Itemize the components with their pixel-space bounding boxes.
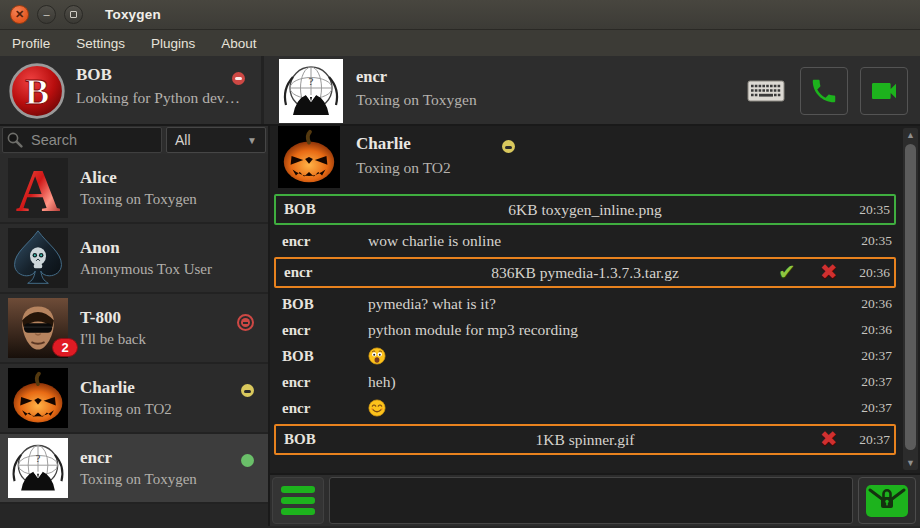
message-text: pymedia? what is it? (368, 295, 851, 313)
contact-status-message: Anonymous Tox User (80, 261, 212, 278)
message-text: heh) (368, 373, 851, 391)
menu-item-plugins[interactable]: Plugins (151, 36, 195, 51)
title-bar: ✕ – Toxygen (0, 0, 920, 30)
away-status-icon (241, 384, 254, 397)
message-row: encrheh)20:37 (274, 369, 896, 395)
busy-status-icon (232, 72, 245, 85)
keyboard-icon (747, 79, 785, 103)
search-icon (6, 131, 24, 149)
window-title: Toxygen (105, 7, 161, 22)
chat-contact-status-message: Toxing on TO2 (356, 159, 451, 177)
chat-contact-name: Charlie (356, 134, 411, 154)
file-transfer-row: BOB6KB toxygen_inline.png20:35 (274, 194, 896, 225)
active-contact-header: ? encr Toxing on Toxygen (264, 56, 920, 124)
message-sender: BOB (284, 201, 370, 218)
contact-row-anon[interactable]: AnonAnonymous Tox User (0, 224, 268, 294)
contact-status-message: Toxing on TO2 (80, 401, 172, 418)
contact-avatar: A (8, 158, 68, 218)
scrollbar[interactable]: ▲ ▼ (903, 128, 918, 470)
message-time: 20:36 (859, 265, 890, 281)
x-icon: ✖ (820, 260, 838, 284)
message-time: 20:37 (861, 400, 892, 416)
message-time: 20:37 (861, 374, 892, 390)
message-list: BOB6KB toxygen_inline.png20:35encrwow ch… (270, 188, 920, 473)
contact-avatar: 2 (8, 298, 68, 358)
scroll-thumb[interactable] (905, 144, 916, 450)
contact-avatar (8, 228, 68, 288)
message-text: python module for mp3 recording (368, 321, 851, 339)
online-status-icon (241, 454, 254, 467)
contact-filter-dropdown[interactable]: All ▼ (166, 127, 266, 153)
contact-row-encr[interactable]: ?encrToxing on Toxygen (0, 434, 268, 504)
message-time: 20:37 (861, 348, 892, 364)
close-button[interactable]: ✕ (10, 5, 29, 24)
message-sender: encr (282, 322, 368, 339)
menu-button[interactable] (272, 477, 324, 524)
minimize-button[interactable]: – (37, 5, 56, 24)
message-input[interactable] (329, 477, 853, 524)
message-row: BOB20:37 (274, 343, 896, 369)
file-name: 1KB spinner.gif (366, 431, 804, 449)
unread-badge: 2 (52, 338, 78, 357)
hamburger-icon (281, 486, 315, 515)
contact-list: AAliceToxing on ToxygenAnonAnonymous Tox… (0, 154, 268, 526)
decline-file-button[interactable]: ✖ (820, 429, 838, 450)
maximize-button[interactable] (64, 5, 83, 24)
message-sender: BOB (282, 296, 368, 313)
search-input[interactable] (2, 127, 162, 153)
video-camera-icon (868, 75, 900, 107)
away-status-icon (502, 140, 515, 153)
virtual-keyboard-button[interactable] (744, 73, 788, 109)
main-body: All ▼ AAliceToxing on ToxygenAnonAnonymo… (0, 126, 920, 526)
self-status-message: Looking for Python dev… (76, 89, 240, 107)
message-sender: encr (282, 374, 368, 391)
smiling-face-emoji (368, 399, 851, 417)
file-transfer-row: encr836KB pymedia-1.3.7.3.tar.gz✔✖20:36 (274, 257, 896, 288)
message-sender: BOB (282, 348, 368, 365)
menu-bar: ProfileSettingsPluginsAbout (0, 30, 920, 56)
file-transfer-row: BOB1KB spinner.gif✖20:37 (274, 424, 896, 455)
contact-row-alice[interactable]: AAliceToxing on Toxygen (0, 154, 268, 224)
svg-text:A: A (16, 158, 61, 218)
phone-icon (809, 76, 839, 106)
header-buttons (744, 56, 908, 126)
contact-status-message: I'll be back (80, 331, 146, 348)
file-name: 6KB toxygen_inline.png (366, 201, 804, 219)
x-icon: ✖ (820, 427, 838, 451)
audio-call-button[interactable] (800, 67, 848, 115)
self-name: BOB (76, 65, 112, 85)
contact-row-t-800[interactable]: 2T-800I'll be back (0, 294, 268, 364)
contact-row-charlie[interactable]: CharlieToxing on TO2 (0, 364, 268, 434)
message-row: encrwow charlie is online20:35 (274, 228, 896, 254)
message-sender: encr (282, 233, 368, 250)
scroll-up-arrow[interactable]: ▲ (903, 128, 918, 142)
message-sender: encr (284, 264, 370, 281)
chat-contact-header: Charlie Toxing on TO2 (270, 126, 920, 188)
scroll-down-arrow[interactable]: ▼ (903, 456, 918, 470)
decline-file-button[interactable]: ✖ (820, 262, 838, 283)
message-row: encr20:37 (274, 395, 896, 421)
active-contact-name: encr (356, 67, 387, 87)
self-profile[interactable]: B BOB Looking for Python dev… (0, 56, 264, 124)
send-button[interactable] (858, 477, 916, 524)
svg-text:?: ? (309, 75, 314, 87)
contact-status-message: Toxing on Toxygen (80, 471, 197, 488)
busy-status-icon (237, 314, 254, 331)
message-text: wow charlie is online (368, 232, 851, 250)
svg-text:?: ? (36, 453, 41, 464)
message-time: 20:36 (861, 296, 892, 312)
contact-avatar (8, 368, 68, 428)
menu-item-about[interactable]: About (221, 36, 256, 51)
header-row: B BOB Looking for Python dev… ? encr Tox… (0, 56, 920, 126)
message-row: BOBpymedia? what is it?20:36 (274, 291, 896, 317)
contact-name: T-800 (80, 308, 146, 328)
contact-name: encr (80, 448, 197, 468)
message-time: 20:37 (859, 432, 890, 448)
menu-item-profile[interactable]: Profile (12, 36, 50, 51)
message-time: 20:35 (861, 233, 892, 249)
menu-item-settings[interactable]: Settings (76, 36, 125, 51)
video-call-button[interactable] (860, 67, 908, 115)
contact-name: Alice (80, 168, 197, 188)
shocked-face-emoji (368, 347, 851, 365)
contact-filter-value: All (175, 132, 191, 148)
